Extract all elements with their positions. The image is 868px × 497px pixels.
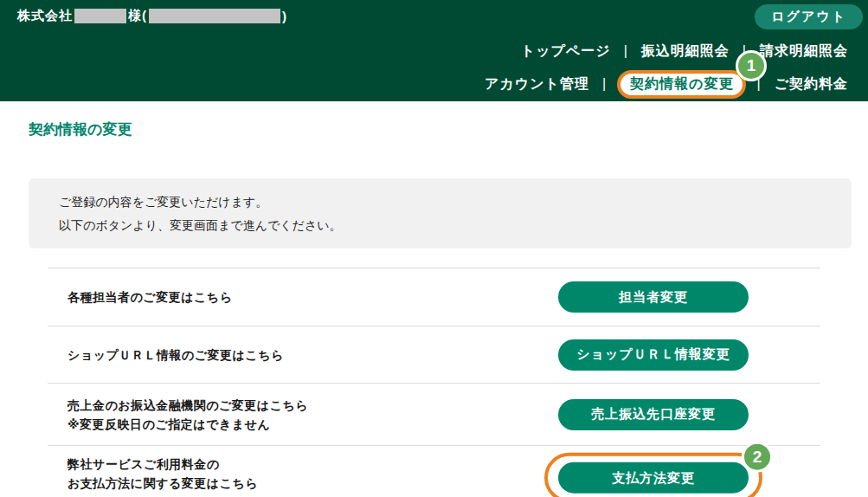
page-title: 契約情報の変更 [29,119,868,139]
table-row-shop-url-change: ショップＵＲＬ情報のご変更はこちら ショップＵＲＬ情報変更 [0,326,868,383]
logout-button[interactable]: ログアウト [755,4,863,29]
row-label-line: ショップＵＲＬ情報のご変更はこちら [68,348,284,362]
redacted-company-name [74,9,126,23]
notice-line-2: 以下のボタンより、変更画面まで進んでください。 [59,214,821,237]
redacted-account-id [149,9,280,23]
nav-transfer-statement[interactable]: 振込明細照会 [641,42,730,61]
step-2-badge: 2 [742,442,773,473]
step-1-badge: 1 [736,50,767,81]
row-label-line: お支払方法に関する変更はこちら [68,476,258,490]
nav-contract-info-highlight[interactable]: 契約情報の変更 1 [617,70,746,99]
account-info: 株式会社 様( ) [17,8,287,24]
nav-contract-info-change[interactable]: 契約情報の変更 [630,76,733,91]
table-row-staff-change: 各種担当者のご変更はこちら 担当者変更 [0,268,868,326]
row-label: 売上金のお振込金融機関のご変更はこちら ※変更反映日のご指定はできません [68,396,308,434]
nav-separator: | [602,76,607,92]
table-row-payment-method-change: 弊社サービスご利用料金の お支払方法に関する変更はこちら 支払方法変更 2 [0,446,868,497]
table-row-bank-account-change: 売上金のお振込金融機関のご変更はこちら ※変更反映日のご指定はできません 売上振… [0,384,868,445]
nav-account-management[interactable]: アカウント管理 [485,75,589,94]
staff-change-button[interactable]: 担当者変更 [558,281,749,313]
payout-account-change-button[interactable]: 売上振込先口座変更 [558,399,749,430]
step-2-highlight: 支払方法変更 2 [544,453,762,497]
nav-separator: | [624,43,628,59]
shop-url-change-button[interactable]: ショップＵＲＬ情報変更 [558,339,749,371]
company-honorific: 様( [128,8,147,24]
nav-row-2: アカウント管理 | 契約情報の変更 1 | ご契約料金 [485,74,848,94]
row-label-line: 各種担当者のご変更はこちら [68,290,232,304]
nav-top-page[interactable]: トップページ [521,42,611,61]
notice-box: ご登録の内容をご変更いただけます。 以下のボタンより、変更画面まで進んでください… [29,178,852,248]
nav-billing-statement[interactable]: 請求明細照会 [760,42,848,61]
company-prefix: 株式会社 [17,8,73,24]
row-label-note: ※変更反映日のご指定はできません [68,417,270,431]
nav-contract-fees[interactable]: ご契約料金 [775,75,848,94]
row-label: 各種担当者のご変更はこちら [68,287,232,307]
row-label: 弊社サービスご利用料金の お支払方法に関する変更はこちら [68,455,258,493]
notice-line-1: ご登録の内容をご変更いただけます。 [59,190,821,214]
change-options-table: 各種担当者のご変更はこちら 担当者変更 ショップＵＲＬ情報のご変更はこちら ショ… [0,268,868,497]
row-label: ショップＵＲＬ情報のご変更はこちら [68,345,284,365]
payment-method-change-button[interactable]: 支払方法変更 [558,462,749,494]
row-label-line: 売上金のお振込金融機関のご変更はこちら [68,398,308,412]
company-paren-close: ) [282,9,287,23]
row-label-line: 弊社サービスご利用料金の [68,457,220,471]
main-content: 契約情報の変更 ご登録の内容をご変更いただけます。 以下のボタンより、変更画面ま… [0,119,868,497]
header: 株式会社 様( ) ログアウト トップページ | 振込明細照会 | 請求明細照会… [0,0,868,101]
nav-row-1: トップページ | 振込明細照会 | 請求明細照会 [485,42,848,61]
main-navigation: トップページ | 振込明細照会 | 請求明細照会 アカウント管理 | 契約情報の… [485,42,848,107]
